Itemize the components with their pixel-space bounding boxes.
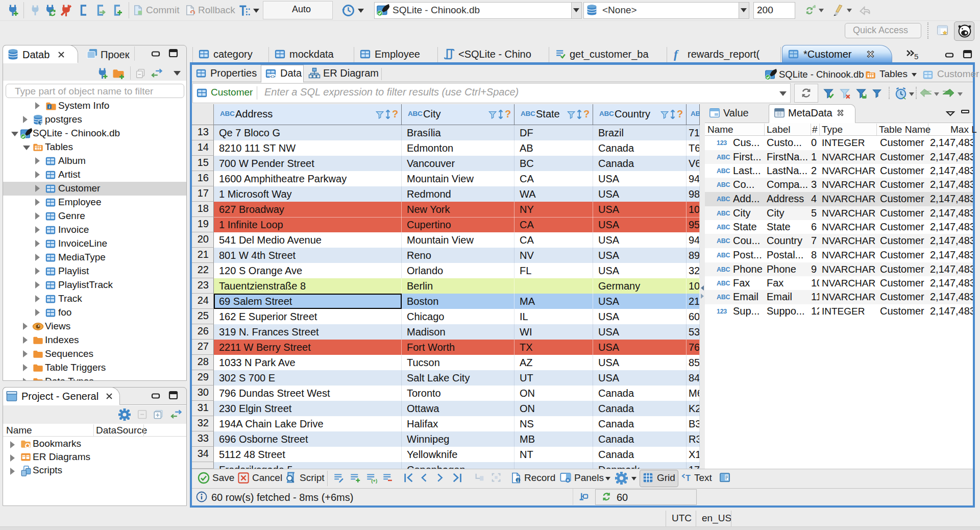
svg-text:i: i: [518, 478, 519, 483]
svg-text:<>: <>: [270, 75, 275, 79]
svg-text:f: f: [674, 47, 679, 61]
svg-text:(+): (+): [371, 478, 377, 484]
svg-text:T: T: [685, 474, 691, 483]
